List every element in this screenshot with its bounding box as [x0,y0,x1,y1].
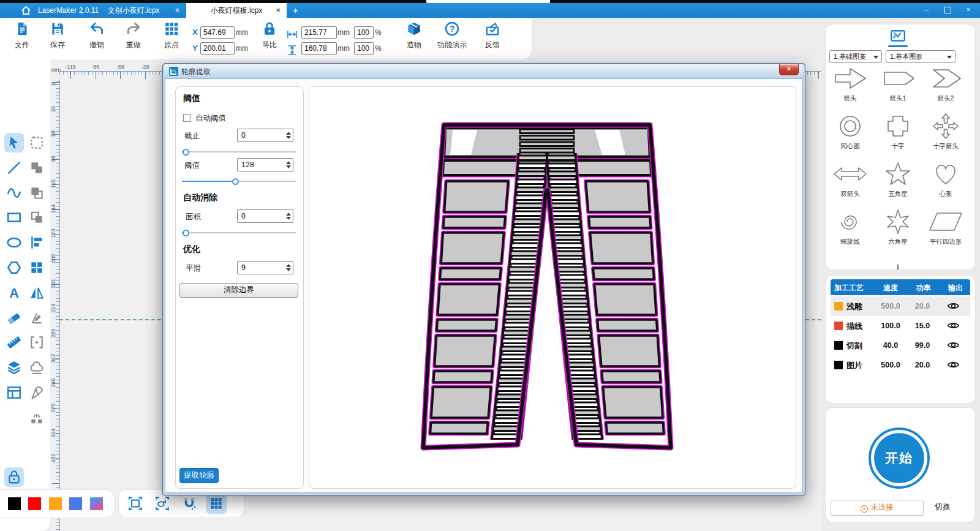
exclude-tool-button[interactable] [27,208,47,227]
shape-item-arrow2[interactable] [924,65,967,93]
frame-select-button[interactable] [125,493,146,514]
ruler-tool-button[interactable] [4,333,24,352]
width-percent-input[interactable]: 100 [354,26,374,39]
union-tool-button[interactable] [27,158,47,178]
rect-tool-button[interactable] [4,208,24,227]
spin-down-icon[interactable] [286,217,291,220]
lock-canvas-button[interactable] [4,467,24,487]
select-tool-button[interactable] [4,133,24,153]
process-row-描线[interactable]: 描线100.015.0 [831,316,970,336]
shape-item-concentric-circle[interactable] [829,113,872,141]
close-button[interactable]: × [960,3,976,18]
y-position-input[interactable]: 200.01 [200,42,235,55]
output-visibility-toggle[interactable] [947,360,960,372]
color-swatch-2[interactable] [49,497,62,510]
grid-toggle-button[interactable] [206,493,227,514]
squeeze-tool-button[interactable] [27,333,47,352]
shape-item-heart[interactable] [924,160,967,189]
home-icon[interactable] [21,3,31,18]
connection-status[interactable]: ×未连接 [831,500,924,516]
polygon-tool-button[interactable] [4,258,24,277]
tab-document-1[interactable]: 文创小夜灯.lcpx × [81,3,186,18]
file-button[interactable]: 文件 [7,21,37,50]
threshold-slider[interactable] [182,178,296,185]
shape-item-parallelogram[interactable] [924,208,967,236]
shape-item-cross-arrow[interactable] [924,113,967,141]
marquee-tool-button[interactable] [27,133,47,153]
spin-up-icon[interactable] [286,264,291,267]
smooth-spinbox[interactable]: 9 [237,261,293,274]
pattern-category-dropdown[interactable]: 1.基础图案 [829,50,882,63]
shape-item-arrow1[interactable] [876,65,919,93]
process-row-图片[interactable]: 图片500.020.0 [831,355,970,375]
eraser-tool-button[interactable] [4,308,24,328]
spin-up-icon[interactable] [286,132,291,135]
process-row-切割[interactable]: 切割40.099.0 [831,336,970,355]
break-apart-tool-button[interactable] [27,408,47,427]
switch-device-button[interactable]: 切换 [935,502,951,513]
fit-selection-button[interactable] [152,493,173,514]
new-tab-button[interactable]: + [293,3,298,18]
extract-contour-button[interactable]: 提取轮廓 [179,468,219,483]
tab-close-icon[interactable]: × [276,3,281,18]
page-layout-tool-button[interactable] [4,383,24,402]
grid-blocks-tool-button[interactable] [27,258,47,277]
save-button[interactable]: 保存 [43,21,72,50]
height-input[interactable]: 160.78 [301,42,337,55]
minimize-button[interactable]: – [919,3,935,18]
clear-border-button[interactable]: 清除边界 [179,283,298,298]
color-swatch-4[interactable] [90,497,103,510]
color-swatch-0[interactable] [8,497,21,510]
shape-item-star6[interactable] [876,208,919,236]
cutoff-spinbox[interactable]: 0 [237,129,293,142]
cloud-stamp-tool-button[interactable] [27,358,47,377]
magnet-snap-button[interactable] [179,493,200,514]
color-swatch-1[interactable] [28,497,41,510]
create-button[interactable]: 造物 [399,21,429,50]
slider-thumb[interactable] [232,178,239,185]
color-swatch-3[interactable] [69,497,82,510]
shape-item-star5[interactable] [876,160,919,189]
curve-tool-button[interactable] [4,183,24,203]
ellipse-tool-button[interactable] [4,233,24,252]
shape-item-arc[interactable] [829,256,872,269]
lock-aspect-button[interactable]: 等比 [255,21,284,50]
shape-item-spiral[interactable] [829,208,872,236]
output-visibility-toggle[interactable] [947,341,960,352]
spin-down-icon[interactable] [286,268,291,271]
mirror-tool-button[interactable] [27,283,47,303]
spin-up-icon[interactable] [286,161,291,164]
tab-image-library[interactable] [890,29,906,47]
line-tool-button[interactable] [4,158,24,178]
undo-button[interactable]: 撤销 [82,21,111,50]
subtract-tool-button[interactable] [27,183,47,203]
process-row-浅雕[interactable]: 浅雕500.020.0 [831,296,970,316]
dialog-close-button[interactable]: × [779,64,799,75]
x-position-input[interactable]: 547.69 [200,26,235,39]
slider-thumb[interactable] [183,149,189,156]
pen-flag-tool-button[interactable] [27,383,47,402]
slider-thumb[interactable] [183,230,189,236]
protractor-tool-button[interactable] [27,308,47,328]
cutoff-slider[interactable] [182,148,296,156]
shape-item-arrow[interactable] [829,65,872,93]
align-left-tool-button[interactable] [27,233,47,252]
shape-item-cross[interactable] [876,113,919,141]
threshold-spinbox[interactable]: 128 [237,158,293,171]
start-button[interactable]: 开始 [874,433,924,483]
text-tool-button[interactable]: A [4,283,24,303]
maximize-button[interactable] [940,3,956,18]
width-input[interactable]: 215.77 [301,26,337,39]
area-spinbox[interactable]: 0 [237,209,293,223]
shape-item-roof[interactable] [924,256,967,269]
shape-item-spike[interactable] [876,256,919,269]
spin-up-icon[interactable] [286,213,291,216]
tab-document-2-active[interactable]: 小夜灯模板.lcpx × [186,3,287,18]
spin-down-icon[interactable] [286,136,291,139]
shape-item-double-arrow[interactable] [829,160,872,189]
output-visibility-toggle[interactable] [947,301,960,313]
origin-button[interactable]: 原点 [157,21,186,50]
feedback-button[interactable]: 反馈 [478,21,507,50]
tab-close-icon[interactable]: × [175,3,179,18]
feature-demo-button[interactable]: ?功能演示 [432,21,472,50]
